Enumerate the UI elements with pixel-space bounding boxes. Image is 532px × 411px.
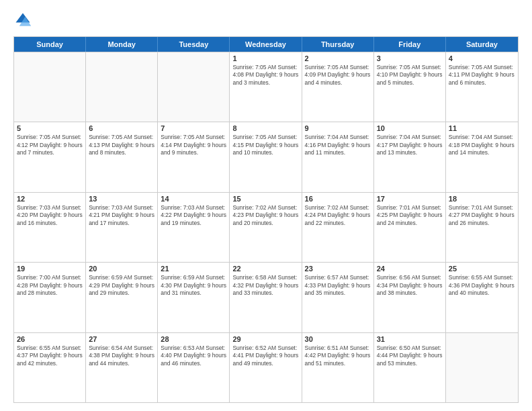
day-number: 20 bbox=[89, 265, 154, 273]
day-info: Sunrise: 6:58 AM Sunset: 4:32 PM Dayligh… bbox=[232, 274, 298, 297]
day-number: 2 bbox=[305, 54, 371, 62]
cal-week-2: 5Sunrise: 7:05 AM Sunset: 4:12 PM Daylig… bbox=[14, 122, 518, 191]
cal-cell: 2Sunrise: 7:05 AM Sunset: 4:09 PM Daylig… bbox=[302, 52, 374, 122]
day-number: 27 bbox=[89, 335, 154, 343]
cal-cell: 19Sunrise: 7:00 AM Sunset: 4:28 PM Dayli… bbox=[14, 263, 86, 332]
day-info: Sunrise: 7:05 AM Sunset: 4:08 PM Dayligh… bbox=[232, 64, 298, 87]
day-number: 25 bbox=[449, 265, 515, 273]
cal-cell bbox=[14, 52, 86, 122]
day-number: 12 bbox=[17, 195, 83, 203]
cal-cell: 23Sunrise: 6:57 AM Sunset: 4:33 PM Dayli… bbox=[302, 263, 374, 332]
cal-cell: 16Sunrise: 7:02 AM Sunset: 4:24 PM Dayli… bbox=[302, 193, 374, 262]
cal-week-1: 1Sunrise: 7:05 AM Sunset: 4:08 PM Daylig… bbox=[14, 52, 518, 122]
cal-cell bbox=[446, 333, 518, 402]
page: SundayMondayTuesdayWednesdayThursdayFrid… bbox=[0, 0, 532, 411]
day-number: 24 bbox=[377, 265, 443, 273]
day-number: 23 bbox=[305, 265, 371, 273]
cal-cell: 15Sunrise: 7:02 AM Sunset: 4:23 PM Dayli… bbox=[230, 193, 302, 262]
day-number: 13 bbox=[89, 195, 154, 203]
cal-cell: 20Sunrise: 6:59 AM Sunset: 4:29 PM Dayli… bbox=[86, 263, 158, 332]
cal-cell: 9Sunrise: 7:04 AM Sunset: 4:16 PM Daylig… bbox=[302, 122, 374, 191]
day-number: 26 bbox=[17, 335, 83, 343]
calendar-header-row: SundayMondayTuesdayWednesdayThursdayFrid… bbox=[14, 37, 518, 52]
day-info: Sunrise: 7:02 AM Sunset: 4:24 PM Dayligh… bbox=[305, 204, 371, 227]
day-number: 21 bbox=[161, 265, 226, 273]
day-info: Sunrise: 7:02 AM Sunset: 4:23 PM Dayligh… bbox=[232, 204, 298, 227]
day-info: Sunrise: 7:05 AM Sunset: 4:12 PM Dayligh… bbox=[17, 134, 83, 156]
cal-cell: 13Sunrise: 7:03 AM Sunset: 4:21 PM Dayli… bbox=[86, 193, 158, 262]
cal-week-4: 19Sunrise: 7:00 AM Sunset: 4:28 PM Dayli… bbox=[14, 262, 518, 332]
day-info: Sunrise: 6:53 AM Sunset: 4:40 PM Dayligh… bbox=[161, 345, 226, 367]
day-number: 19 bbox=[17, 265, 83, 273]
day-number: 14 bbox=[161, 195, 226, 203]
cal-cell: 10Sunrise: 7:04 AM Sunset: 4:17 PM Dayli… bbox=[374, 122, 446, 191]
cal-cell: 7Sunrise: 7:05 AM Sunset: 4:14 PM Daylig… bbox=[158, 122, 230, 191]
cal-header-wednesday: Wednesday bbox=[230, 37, 302, 52]
day-info: Sunrise: 6:57 AM Sunset: 4:33 PM Dayligh… bbox=[305, 274, 371, 297]
cal-cell bbox=[86, 52, 158, 122]
day-info: Sunrise: 7:05 AM Sunset: 4:13 PM Dayligh… bbox=[89, 134, 154, 156]
day-number: 9 bbox=[305, 124, 371, 132]
day-number: 16 bbox=[305, 195, 371, 203]
day-info: Sunrise: 7:05 AM Sunset: 4:14 PM Dayligh… bbox=[161, 134, 226, 156]
day-number: 22 bbox=[232, 265, 298, 273]
day-number: 18 bbox=[449, 195, 515, 203]
cal-cell: 17Sunrise: 7:01 AM Sunset: 4:25 PM Dayli… bbox=[374, 193, 446, 262]
day-number: 5 bbox=[17, 124, 83, 132]
calendar-body: 1Sunrise: 7:05 AM Sunset: 4:08 PM Daylig… bbox=[14, 52, 518, 402]
day-info: Sunrise: 6:55 AM Sunset: 4:37 PM Dayligh… bbox=[17, 345, 83, 367]
cal-cell: 11Sunrise: 7:04 AM Sunset: 4:18 PM Dayli… bbox=[446, 122, 518, 191]
day-number: 1 bbox=[232, 54, 298, 62]
cal-header-sunday: Sunday bbox=[14, 37, 86, 52]
day-info: Sunrise: 7:05 AM Sunset: 4:11 PM Dayligh… bbox=[449, 64, 515, 87]
cal-header-saturday: Saturday bbox=[446, 37, 518, 52]
day-info: Sunrise: 7:03 AM Sunset: 4:22 PM Dayligh… bbox=[161, 204, 226, 227]
cal-cell: 25Sunrise: 6:55 AM Sunset: 4:36 PM Dayli… bbox=[446, 263, 518, 332]
cal-header-thursday: Thursday bbox=[302, 37, 374, 52]
day-number: 29 bbox=[232, 335, 298, 343]
logo-icon bbox=[13, 11, 32, 30]
cal-header-friday: Friday bbox=[374, 37, 446, 52]
cal-header-tuesday: Tuesday bbox=[158, 37, 230, 52]
cal-cell: 6Sunrise: 7:05 AM Sunset: 4:13 PM Daylig… bbox=[86, 122, 158, 191]
day-info: Sunrise: 7:03 AM Sunset: 4:21 PM Dayligh… bbox=[89, 204, 154, 227]
day-info: Sunrise: 7:04 AM Sunset: 4:16 PM Dayligh… bbox=[305, 134, 371, 156]
cal-cell: 1Sunrise: 7:05 AM Sunset: 4:08 PM Daylig… bbox=[230, 52, 302, 122]
day-info: Sunrise: 7:01 AM Sunset: 4:25 PM Dayligh… bbox=[377, 204, 443, 227]
day-info: Sunrise: 7:05 AM Sunset: 4:15 PM Dayligh… bbox=[232, 134, 298, 156]
cal-cell: 26Sunrise: 6:55 AM Sunset: 4:37 PM Dayli… bbox=[14, 333, 86, 402]
day-info: Sunrise: 7:00 AM Sunset: 4:28 PM Dayligh… bbox=[17, 274, 83, 297]
day-info: Sunrise: 6:51 AM Sunset: 4:42 PM Dayligh… bbox=[305, 345, 371, 367]
cal-header-monday: Monday bbox=[86, 37, 158, 52]
cal-week-3: 12Sunrise: 7:03 AM Sunset: 4:20 PM Dayli… bbox=[14, 192, 518, 262]
cal-cell: 8Sunrise: 7:05 AM Sunset: 4:15 PM Daylig… bbox=[230, 122, 302, 191]
cal-cell: 21Sunrise: 6:59 AM Sunset: 4:30 PM Dayli… bbox=[158, 263, 230, 332]
day-number: 17 bbox=[377, 195, 443, 203]
day-info: Sunrise: 7:05 AM Sunset: 4:09 PM Dayligh… bbox=[305, 64, 371, 87]
day-info: Sunrise: 7:04 AM Sunset: 4:17 PM Dayligh… bbox=[377, 134, 443, 156]
cal-week-5: 26Sunrise: 6:55 AM Sunset: 4:37 PM Dayli… bbox=[14, 332, 518, 402]
day-info: Sunrise: 6:52 AM Sunset: 4:41 PM Dayligh… bbox=[232, 345, 298, 367]
day-info: Sunrise: 6:55 AM Sunset: 4:36 PM Dayligh… bbox=[449, 274, 515, 297]
logo bbox=[13, 11, 35, 30]
day-info: Sunrise: 7:05 AM Sunset: 4:10 PM Dayligh… bbox=[377, 64, 443, 87]
header bbox=[13, 11, 519, 30]
cal-cell: 24Sunrise: 6:56 AM Sunset: 4:34 PM Dayli… bbox=[374, 263, 446, 332]
day-info: Sunrise: 6:54 AM Sunset: 4:38 PM Dayligh… bbox=[89, 345, 154, 367]
cal-cell bbox=[158, 52, 230, 122]
day-info: Sunrise: 7:03 AM Sunset: 4:20 PM Dayligh… bbox=[17, 204, 83, 227]
day-number: 30 bbox=[305, 335, 371, 343]
cal-cell: 12Sunrise: 7:03 AM Sunset: 4:20 PM Dayli… bbox=[14, 193, 86, 262]
cal-cell: 22Sunrise: 6:58 AM Sunset: 4:32 PM Dayli… bbox=[230, 263, 302, 332]
cal-cell: 18Sunrise: 7:01 AM Sunset: 4:27 PM Dayli… bbox=[446, 193, 518, 262]
cal-cell: 30Sunrise: 6:51 AM Sunset: 4:42 PM Dayli… bbox=[302, 333, 374, 402]
day-number: 10 bbox=[377, 124, 443, 132]
cal-cell: 4Sunrise: 7:05 AM Sunset: 4:11 PM Daylig… bbox=[446, 52, 518, 122]
cal-cell: 27Sunrise: 6:54 AM Sunset: 4:38 PM Dayli… bbox=[86, 333, 158, 402]
day-info: Sunrise: 6:59 AM Sunset: 4:30 PM Dayligh… bbox=[161, 274, 226, 297]
day-info: Sunrise: 6:56 AM Sunset: 4:34 PM Dayligh… bbox=[377, 274, 443, 297]
day-number: 3 bbox=[377, 54, 443, 62]
cal-cell: 28Sunrise: 6:53 AM Sunset: 4:40 PM Dayli… bbox=[158, 333, 230, 402]
day-info: Sunrise: 6:50 AM Sunset: 4:44 PM Dayligh… bbox=[377, 345, 443, 367]
day-number: 31 bbox=[377, 335, 443, 343]
